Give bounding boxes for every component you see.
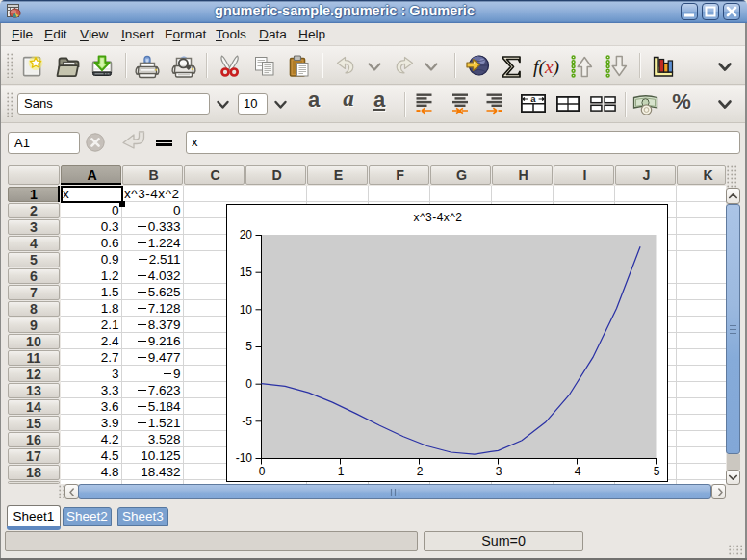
svg-text:20: 20 <box>240 228 253 242</box>
svg-text:4: 4 <box>575 465 581 478</box>
svg-text:0: 0 <box>245 377 252 391</box>
svg-text:10: 10 <box>240 303 253 317</box>
svg-text:-5: -5 <box>242 415 252 428</box>
svg-text:15: 15 <box>240 266 253 279</box>
svg-text:5: 5 <box>245 340 252 353</box>
svg-text:x^3-4x^2: x^3-4x^2 <box>414 211 463 224</box>
svg-text:a: a <box>530 94 536 104</box>
svg-text:0: 0 <box>259 465 266 478</box>
svg-text:5: 5 <box>654 465 660 478</box>
svg-text:2: 2 <box>417 465 424 478</box>
svg-text:3: 3 <box>496 465 502 478</box>
svg-text:1: 1 <box>338 465 345 478</box>
svg-text:-10: -10 <box>236 451 253 465</box>
